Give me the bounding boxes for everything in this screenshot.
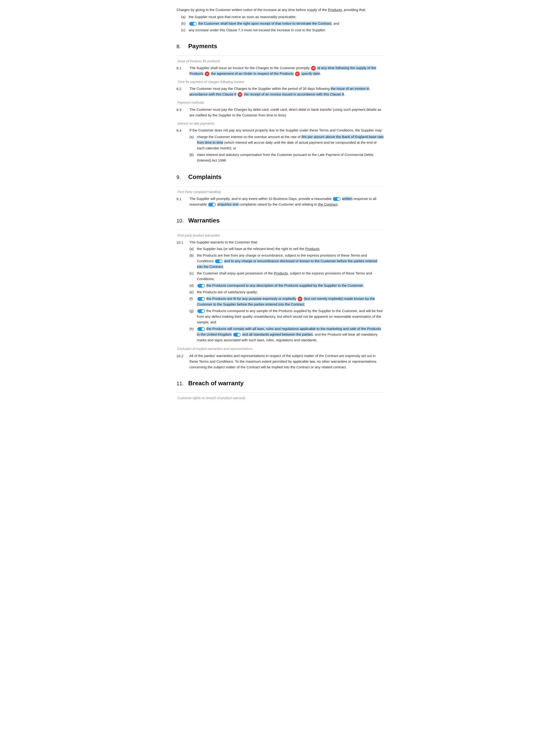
- section-11-number: 11.: [176, 380, 188, 388]
- clause-10-1-a: (a) the Supplier has (or will have at th…: [189, 246, 384, 252]
- toggle-10-1-b[interactable]: [215, 260, 223, 263]
- toggle-9-1-b[interactable]: [208, 203, 216, 206]
- section-8-heading: 8. Payments: [176, 41, 384, 51]
- toggle-10-1-g[interactable]: [197, 309, 205, 313]
- or-badge-8-2: or: [238, 92, 242, 97]
- clause-10-1-e: (e) the Products are of satisfactory qua…: [189, 289, 384, 295]
- clause-10-1-d: (d) the Products correspond to any descr…: [189, 283, 384, 288]
- clause-8-4-b: (b) claim interest and statutory compens…: [189, 152, 384, 163]
- toggle-b[interactable]: [189, 22, 197, 26]
- or-badge-10-1-f: or: [298, 297, 302, 301]
- clause-8-2: 8.2 The Customer must pay the Charges to…: [176, 86, 384, 97]
- section-8-title: Payments: [188, 41, 217, 51]
- section-11-title: Breach of warranty: [188, 379, 244, 388]
- toggle-10-1-h-a[interactable]: [197, 327, 205, 331]
- subsection-label-interest: Interest on late payments: [176, 121, 384, 126]
- section-10-number: 10.: [176, 216, 188, 225]
- toggle-10-1-h-b[interactable]: [233, 333, 241, 336]
- subsection-label-invoices: Issue of invoices for products: [176, 58, 384, 64]
- or-badge-8-1-b: or: [205, 71, 209, 76]
- or-badge-8-1-a: or: [311, 66, 316, 70]
- clause-9-1: 9.1 The Supplier will promptly, and in a…: [176, 196, 384, 207]
- subsection-label-time-payment: Time for payment of charges following in…: [176, 79, 384, 85]
- section-8-number: 8.: [176, 42, 188, 50]
- toggle-10-1-d[interactable]: [197, 284, 205, 288]
- section-9-heading: 9. Complaints: [176, 172, 384, 182]
- clause-8-1: 8.1 The Supplier shall issue an invoice …: [176, 65, 384, 77]
- intro-text: Charges by giving to the Customer writte…: [176, 7, 384, 13]
- section-11-heading: 11. Breach of warranty: [176, 379, 384, 388]
- intro-item-b: (b) the Customer shall have the right up…: [181, 21, 384, 26]
- subsection-label-breach: Customer rights on breach of product war…: [176, 395, 384, 401]
- clause-10-1-c: (c) the Customer shall enjoy quiet posse…: [189, 271, 384, 282]
- intro-item-a: (a) the Supplier must give that notice a…: [181, 14, 384, 20]
- intro-item-c: (c) any increase under this Clause 7.3 m…: [181, 27, 384, 33]
- or-badge-8-1-c: or: [295, 71, 300, 76]
- clause-10-2: 10.2 All of the parties' warranties and …: [176, 353, 384, 370]
- section-9-number: 9.: [176, 173, 188, 181]
- clause-10-1: 10.1 The Supplier warrants to the Custom…: [176, 240, 384, 343]
- section-10-heading: 10. Warranties: [176, 216, 384, 226]
- subsection-label-first-party-warranties: First party product warranties: [176, 233, 384, 238]
- subsection-label-payment-methods: Payment methods: [176, 100, 384, 105]
- section-10-title: Warranties: [188, 216, 220, 226]
- clause-10-1-f: (f) the Products are fit for any purpose…: [189, 296, 384, 307]
- toggle-10-1-f[interactable]: [197, 297, 205, 301]
- subsection-label-exclusion: Exclusion of implied warranties and repr…: [176, 346, 384, 351]
- clause-8-4-a: (a) charge the Customer interest on the …: [189, 134, 384, 151]
- toggle-9-1-a[interactable]: [333, 197, 340, 201]
- clause-10-1-g: (g) the Products correspond to any sampl…: [189, 308, 384, 325]
- clause-8-4: 8.4 If the Customer does not pay any amo…: [176, 128, 384, 164]
- clause-10-1-h: (h) the Products will comply with all la…: [189, 326, 384, 343]
- subsection-label-complaints: First Party complaint handling: [176, 189, 384, 194]
- clause-8-3: 8.3 The Customer must pay the Charges by…: [176, 107, 384, 118]
- clause-10-1-b: (b) the Products are free from any charg…: [189, 253, 384, 270]
- section-9-title: Complaints: [188, 172, 222, 182]
